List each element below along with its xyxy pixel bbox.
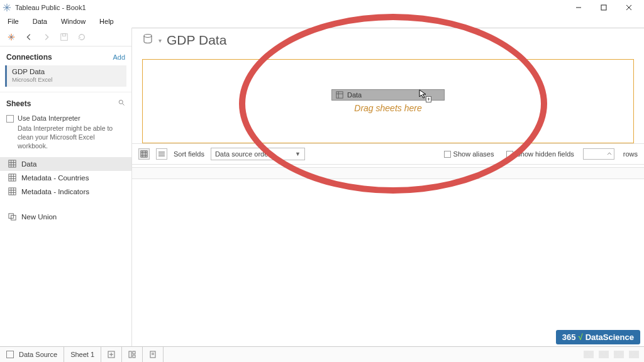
menu-bar: File Data Window Help [0,15,644,28]
svg-rect-34 [336,92,343,98]
sheets-heading-row: Sheets [0,92,131,111]
sort-fields-label: Sort fields [174,150,204,158]
data-grid [132,167,644,346]
tab-sheet1-label: Sheet 1 [70,351,94,358]
grid-view-icon[interactable] [138,148,150,160]
svg-rect-5 [601,5,606,10]
refresh-icon[interactable] [77,32,87,42]
svg-rect-16 [8,160,15,167]
sheet-item-label: Data [21,160,36,168]
bottom-view-icons [579,347,644,362]
sort-fields-value: Data source order [215,150,270,158]
sheet-list: Data Metadata - Countries Metadata - Ind… [0,156,131,225]
svg-rect-48 [129,351,131,358]
use-data-interpreter-checkbox[interactable] [6,115,14,123]
svg-rect-49 [133,351,135,354]
add-connection-link[interactable]: Add [113,53,125,61]
drop-hint: Drag sheets here [331,103,445,113]
tab-data-source[interactable]: Data Source [0,347,64,362]
app-icon [3,3,11,12]
use-data-interpreter-label: Use Data Interpreter [18,114,80,122]
svg-rect-50 [133,355,135,358]
datasource-icon [142,33,153,47]
watermark-badge: 365√DataScience [556,330,640,344]
svg-point-14 [119,100,123,104]
dragged-sheet-label: Data [347,91,362,99]
dragged-sheet[interactable]: Data [331,89,445,101]
sheet-item-metadata-indicators[interactable]: Metadata - Indicators [0,185,131,199]
rows-label: rows [623,150,638,158]
maximize-button[interactable] [591,1,616,14]
badge-suffix: DataScience [586,332,634,342]
menu-help[interactable]: Help [97,16,116,26]
drop-sheets-zone[interactable]: Data Drag sheets here + [142,59,634,143]
sidebar-toolbar [0,28,131,47]
svg-point-33 [144,35,152,38]
save-icon[interactable] [59,32,69,42]
svg-rect-12 [61,33,68,40]
title-bar: Tableau Public - Book1 [0,0,644,15]
close-button[interactable] [616,1,641,14]
svg-line-15 [123,104,125,106]
badge-prefix: 365 [562,332,576,342]
new-union-label: New Union [21,213,57,221]
menu-window[interactable]: Window [58,16,88,26]
forward-icon[interactable] [42,32,52,42]
sheet-item-label: Metadata - Indicators [21,188,89,195]
list-view-icon[interactable] [156,148,167,160]
sheet-item-metadata-countries[interactable]: Metadata - Countries [0,171,131,185]
sheet-item-data[interactable]: Data [0,157,131,171]
new-union-item[interactable]: New Union [0,210,131,224]
connection-type: Microsoft Excel [12,76,121,83]
tableau-logo-icon[interactable] [6,32,16,42]
minimize-button[interactable] [566,1,591,14]
new-worksheet-button[interactable] [101,347,122,362]
svg-rect-21 [8,174,15,181]
window-title: Tableau Public - Book1 [15,4,86,11]
content-area: ▾ GDP Data Data Drag sheets here + [132,28,644,346]
back-icon[interactable] [24,32,34,42]
search-sheets-icon[interactable] [118,99,125,108]
sidebar: Connections Add GDP Data Microsoft Excel… [0,28,132,346]
svg-rect-37 [141,151,147,157]
sort-fields-select[interactable]: Data source order ▼ [211,148,305,160]
new-story-button[interactable] [143,347,164,362]
tab-data-source-label: Data Source [19,351,57,358]
rows-input[interactable] [583,148,614,160]
show-aliases-toggle[interactable]: Show aliases [444,150,494,158]
tab-sheet1[interactable]: Sheet 1 [64,347,101,362]
sheet-icon [8,187,16,196]
sheet-item-label: Metadata - Countries [21,174,89,182]
datasource-title[interactable]: GDP Data [167,33,226,48]
connection-name: GDP Data [12,68,121,75]
bottom-bar: Data Source Sheet 1 [0,346,644,362]
connections-heading-row: Connections Add [0,47,131,65]
menu-file[interactable]: File [5,16,21,26]
show-hidden-label: Show hidden fields [516,150,574,158]
connections-heading: Connections [6,53,52,62]
sheets-heading: Sheets [6,99,31,108]
grid-controls: Sort fields Data source order ▼ Show ali… [132,143,644,165]
use-data-interpreter-row[interactable]: Use Data Interpreter [0,111,131,124]
new-dashboard-button[interactable] [122,347,143,362]
show-hidden-toggle[interactable]: Show hidden fields [506,150,574,158]
datasource-title-row: ▾ GDP Data [142,33,634,48]
show-aliases-label: Show aliases [453,150,494,158]
chevron-down-icon: ▼ [295,151,301,157]
menu-data[interactable]: Data [30,16,50,26]
connection-item[interactable]: GDP Data Microsoft Excel [5,65,126,87]
svg-rect-13 [62,33,65,36]
sheet-icon [8,173,16,182]
sheet-icon [8,160,16,168]
data-interpreter-hint: Data Interpreter might be able to clean … [0,124,131,156]
svg-rect-26 [8,188,15,195]
union-icon [8,212,16,221]
